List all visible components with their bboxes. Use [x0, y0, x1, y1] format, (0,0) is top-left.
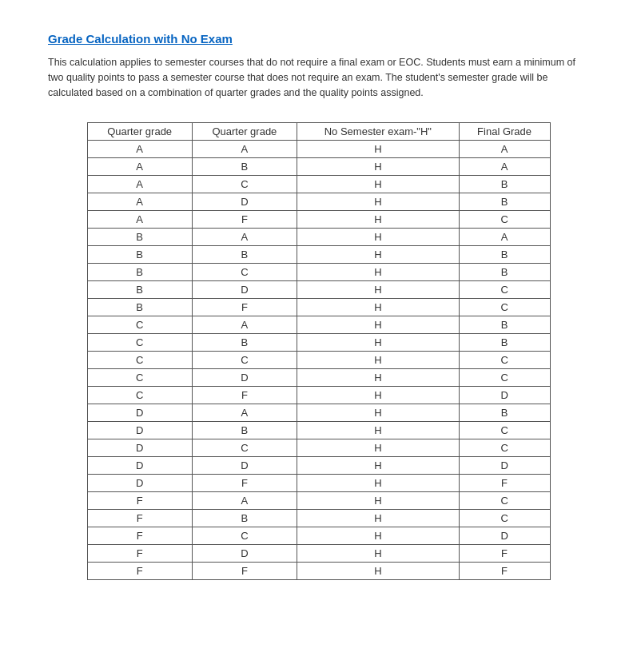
table-cell: D — [87, 422, 192, 439]
table-cell: C — [459, 439, 550, 457]
table-row: FFHF — [87, 563, 550, 580]
table-cell: F — [87, 510, 192, 527]
table-cell: H — [297, 457, 460, 475]
table-cell: A — [192, 141, 297, 158]
table-cell: C — [87, 316, 192, 334]
table-header: Final Grade — [459, 123, 550, 141]
table-cell: C — [459, 510, 550, 527]
table-cell: C — [192, 176, 297, 193]
table-cell: C — [459, 369, 550, 387]
grade-table: Quarter gradeQuarter gradeNo Semester ex… — [87, 122, 551, 580]
table-cell: D — [87, 457, 192, 475]
table-cell: H — [297, 439, 460, 457]
table-cell: B — [459, 264, 550, 281]
table-cell: B — [192, 158, 297, 176]
table-row: AAHA — [87, 141, 550, 158]
table-cell: B — [459, 176, 550, 193]
table-cell: B — [87, 264, 192, 281]
table-cell: D — [459, 457, 550, 475]
table-row: DCHC — [87, 439, 550, 457]
table-cell: B — [87, 281, 192, 299]
table-cell: H — [297, 422, 460, 439]
table-row: CDHC — [87, 369, 550, 387]
table-cell: B — [192, 422, 297, 439]
table-cell: A — [459, 141, 550, 158]
table-cell: F — [192, 299, 297, 316]
table-cell: C — [87, 387, 192, 404]
table-cell: H — [297, 211, 460, 229]
table-cell: F — [87, 492, 192, 510]
table-cell: F — [192, 211, 297, 229]
table-cell: F — [87, 563, 192, 580]
table-cell: D — [192, 457, 297, 475]
table-cell: F — [459, 545, 550, 563]
table-cell: B — [459, 334, 550, 352]
table-cell: D — [192, 545, 297, 563]
table-cell: H — [297, 492, 460, 510]
table-cell: B — [192, 334, 297, 352]
table-cell: A — [87, 141, 192, 158]
table-cell: B — [87, 246, 192, 264]
table-cell: H — [297, 246, 460, 264]
table-cell: A — [192, 492, 297, 510]
table-row: ACHB — [87, 176, 550, 193]
table-cell: H — [297, 141, 460, 158]
table-header: Quarter grade — [192, 123, 297, 141]
table-row: FCHD — [87, 527, 550, 545]
table-row: FAHC — [87, 492, 550, 510]
table-row: FDHF — [87, 545, 550, 563]
table-cell: H — [297, 352, 460, 369]
table-cell: C — [87, 369, 192, 387]
table-cell: H — [297, 299, 460, 316]
table-cell: D — [459, 387, 550, 404]
table-cell: C — [459, 281, 550, 299]
table-row: ABHA — [87, 158, 550, 176]
table-cell: B — [192, 246, 297, 264]
table-cell: B — [459, 193, 550, 211]
table-row: AFHC — [87, 211, 550, 229]
table-cell: B — [87, 299, 192, 316]
table-cell: A — [192, 229, 297, 246]
table-cell: C — [459, 211, 550, 229]
table-cell: C — [459, 422, 550, 439]
table-cell: A — [87, 176, 192, 193]
description-text: This calculation applies to semester cou… — [48, 55, 589, 100]
table-cell: F — [459, 475, 550, 492]
table-cell: B — [192, 510, 297, 527]
table-cell: D — [87, 404, 192, 422]
table-cell: F — [192, 387, 297, 404]
table-cell: A — [87, 158, 192, 176]
table-cell: H — [297, 387, 460, 404]
table-cell: D — [459, 527, 550, 545]
table-cell: H — [297, 369, 460, 387]
table-cell: C — [459, 492, 550, 510]
table-row: BFHC — [87, 299, 550, 316]
table-row: CFHD — [87, 387, 550, 404]
table-header: No Semester exam-"H" — [297, 123, 460, 141]
table-cell: C — [459, 352, 550, 369]
table-cell: F — [192, 563, 297, 580]
table-row: BBHB — [87, 246, 550, 264]
table-cell: H — [297, 527, 460, 545]
table-cell: H — [297, 193, 460, 211]
table-row: DAHB — [87, 404, 550, 422]
table-cell: C — [192, 527, 297, 545]
table-row: DBHC — [87, 422, 550, 439]
table-cell: H — [297, 545, 460, 563]
table-cell: D — [87, 439, 192, 457]
table-cell: H — [297, 176, 460, 193]
table-cell: D — [192, 369, 297, 387]
page-title[interactable]: Grade Calculation with No Exam — [48, 32, 589, 46]
table-cell: C — [87, 352, 192, 369]
table-cell: B — [459, 246, 550, 264]
table-cell: D — [192, 193, 297, 211]
table-cell: H — [297, 264, 460, 281]
table-cell: B — [459, 316, 550, 334]
table-cell: H — [297, 475, 460, 492]
table-cell: H — [297, 510, 460, 527]
table-cell: H — [297, 158, 460, 176]
table-cell: C — [192, 264, 297, 281]
table-cell: H — [297, 281, 460, 299]
table-cell: H — [297, 229, 460, 246]
table-cell: H — [297, 334, 460, 352]
